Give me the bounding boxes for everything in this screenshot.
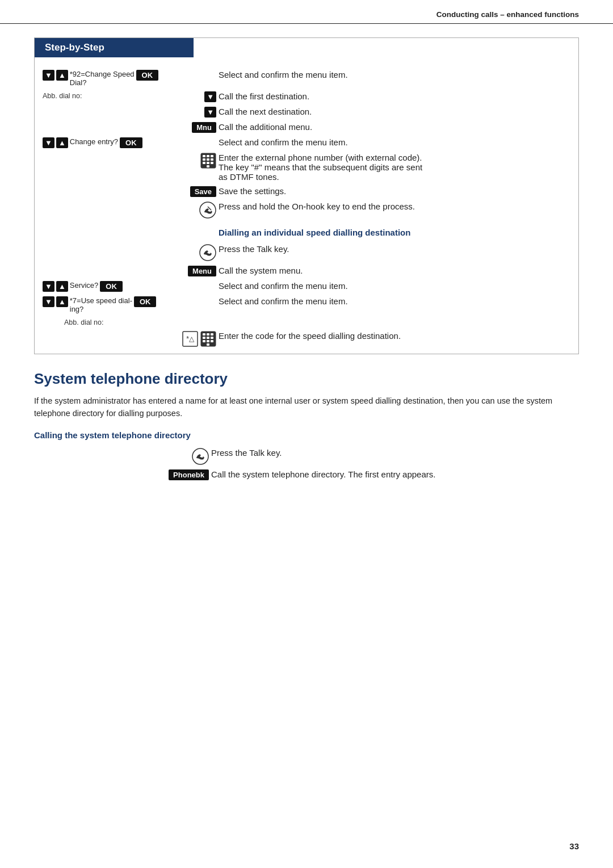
svg-rect-19 — [211, 333, 213, 336]
right-cell-sec1: Dialling an individual speed dialling de… — [217, 221, 572, 242]
arrow-up-btn[interactable]: ▲ — [56, 70, 68, 81]
phonebk-btn[interactable]: Phonebk — [169, 469, 209, 480]
table-row: Save Save the settings. — [41, 184, 572, 199]
right-text-13: Enter the code for the speed dialling de… — [219, 331, 401, 341]
arrow-up-btn-11[interactable]: ▲ — [56, 281, 68, 292]
left-cell-13: *△ — [41, 329, 217, 349]
left-cell-2: Abb. dial no: ▼ — [41, 89, 217, 104]
svg-text:*△: *△ — [186, 335, 195, 343]
svg-rect-26 — [207, 343, 209, 346]
right-cell-12b — [217, 316, 572, 329]
svg-rect-27 — [192, 448, 208, 464]
page-header: Conducting calls – enhanced functions — [0, 0, 613, 24]
right-text-3: Call the next destination. — [219, 107, 312, 116]
left-cell-6 — [41, 150, 217, 184]
right-cell-9: Press the Talk key. — [217, 242, 572, 263]
star-key-icon: *△ — [182, 331, 198, 347]
save-btn[interactable]: Save — [190, 186, 216, 197]
right-text-11: Select and confirm the menu item. — [219, 281, 348, 291]
left-cell-8 — [41, 199, 217, 221]
arrow-up-btn-5[interactable]: ▲ — [56, 137, 68, 148]
left-cell-s1 — [34, 446, 210, 467]
ok-btn-5[interactable]: OK — [120, 137, 142, 148]
right-cell-12: Select and confirm the menu item. — [217, 294, 572, 316]
row12-label: *7=Use speed dial-ing? — [70, 296, 132, 313]
svg-rect-21 — [207, 337, 209, 339]
arrow-down-btn-11[interactable]: ▼ — [43, 281, 54, 292]
arrow-down-btn-2[interactable]: ▼ — [204, 91, 216, 102]
step-box-inner: ▼ ▲ *92=Change SpeedDial? OK Select and … — [35, 63, 578, 349]
svg-rect-23 — [203, 340, 205, 342]
table-row: *△ — [41, 329, 572, 349]
right-text-6: Enter the external phone number (with ex… — [219, 153, 422, 182]
svg-rect-5 — [207, 158, 209, 161]
left-cell-9 — [41, 242, 217, 263]
left-cell-sec1 — [41, 221, 217, 242]
mnu-btn[interactable]: Mnu — [192, 122, 216, 133]
header-title: Conducting calls – enhanced functions — [436, 10, 579, 19]
table-row: ▼ ▲ *92=Change SpeedDial? OK Select and … — [41, 68, 572, 89]
right-cell-s1: Press the Talk key. — [210, 446, 579, 467]
left-cell-12b: Abb. dial no: — [41, 316, 217, 329]
table-row: ▼ ▲ *7=Use speed dial-ing? OK Select and… — [41, 294, 572, 316]
table-row: ▼ Call the next destination. — [41, 104, 572, 120]
right-text-8: Press and hold the On-hook key to end th… — [219, 202, 415, 211]
talk-icon-1 — [199, 244, 216, 261]
menu-btn[interactable]: Menu — [188, 266, 216, 276]
right-text-9: Press the Talk key. — [219, 244, 289, 254]
right-cell-11: Select and confirm the menu item. — [217, 279, 572, 294]
svg-rect-2 — [207, 155, 209, 157]
arrow-down-btn-12[interactable]: ▼ — [43, 296, 54, 307]
right-text-s2: Call the system telephone directory. The… — [211, 469, 435, 479]
table-row: ▼ ▲ Service? OK Select and confirm the m… — [41, 279, 572, 294]
right-cell-1: Select and confirm the menu item. — [217, 68, 572, 89]
abb-dial-label-1: Abb. dial no: — [43, 92, 82, 100]
table-row: Abb. dial no: — [41, 316, 572, 329]
svg-rect-10 — [207, 165, 209, 167]
left-cell-12: ▼ ▲ *7=Use speed dial-ing? OK — [41, 294, 217, 316]
table-row: Menu Call the system menu. — [41, 263, 572, 279]
table-row: Press the Talk key. — [34, 446, 579, 467]
arrow-down-btn[interactable]: ▼ — [43, 70, 54, 81]
right-text-s1: Press the Talk key. — [211, 448, 282, 458]
step-by-step-box: Step-by-Step ▼ ▲ *92=Change SpeedDial? O… — [34, 37, 579, 354]
system-directory-body: If the system administrator has entered … — [34, 395, 579, 420]
left-cell: ▼ ▲ *92=Change SpeedDial? OK — [41, 68, 217, 89]
keypad-icon — [200, 153, 216, 169]
table-row: Press the Talk key. — [41, 242, 572, 263]
arrow-up-btn-12[interactable]: ▲ — [56, 296, 68, 307]
table-row: Press and hold the On-hook key to end th… — [41, 199, 572, 221]
svg-rect-3 — [211, 155, 213, 157]
left-cell-7: Save — [41, 184, 217, 199]
ok-btn-12[interactable]: OK — [134, 296, 157, 307]
right-text-10: Call the system menu. — [219, 266, 303, 275]
svg-rect-7 — [203, 162, 205, 164]
arrow-down-btn-5[interactable]: ▼ — [43, 137, 54, 148]
svg-rect-25 — [211, 340, 213, 342]
abb-dial-label-2: Abb. dial no: — [43, 318, 216, 326]
left-cell-s2: Phonebk — [34, 467, 210, 483]
svg-rect-1 — [203, 155, 205, 157]
right-text-1: Select and confirm the menu item. — [219, 70, 348, 79]
arrow-down-btn-3[interactable]: ▼ — [204, 107, 216, 118]
ok-btn-1[interactable]: OK — [136, 70, 159, 81]
right-cell-s2: Call the system telephone directory. The… — [210, 467, 579, 483]
keypad-icon-2 — [200, 331, 216, 347]
ok-btn-11[interactable]: OK — [100, 281, 123, 292]
right-text-12: Select and confirm the menu item. — [219, 296, 348, 306]
svg-rect-8 — [207, 162, 209, 164]
svg-rect-6 — [211, 158, 213, 161]
right-text-7: Save the settings. — [219, 186, 286, 196]
right-cell-10: Call the system menu. — [217, 263, 572, 279]
row1-label: *92=Change SpeedDial? — [70, 70, 135, 87]
table-row: Abb. dial no: ▼ Call the first destinati… — [41, 89, 572, 104]
svg-rect-20 — [203, 337, 205, 339]
left-cell-11: ▼ ▲ Service? OK — [41, 279, 217, 294]
table-row: Phonebk Call the system telephone direct… — [34, 467, 579, 483]
right-cell-2: Call the first destination. — [217, 89, 572, 104]
row11-label: Service? — [70, 281, 99, 290]
page-number: 33 — [569, 841, 579, 851]
right-cell-13: Enter the code for the speed dialling de… — [217, 329, 572, 349]
talk-icon-2 — [192, 448, 209, 465]
table-row: Enter the external phone number (with ex… — [41, 150, 572, 184]
